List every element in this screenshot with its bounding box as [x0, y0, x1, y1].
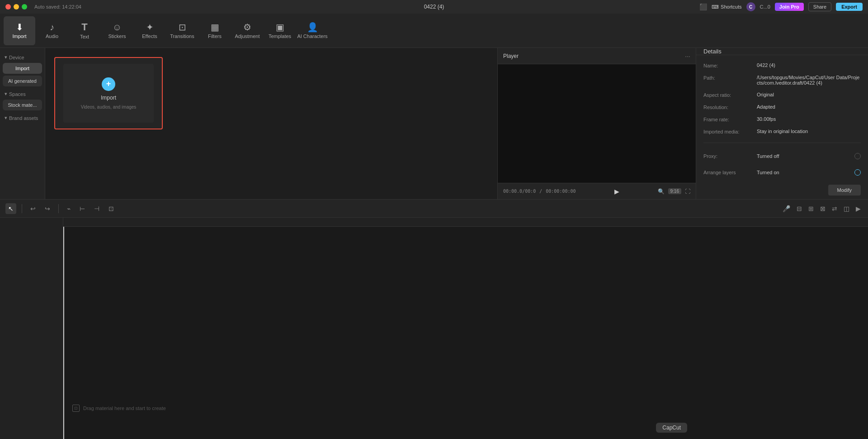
drag-hint: ⊡ Drag material here and start to create: [72, 405, 166, 412]
detail-path-val: /Users/topgus/Movies/CapCut/User Data/Pr…: [757, 75, 861, 86]
export-button[interactable]: Export: [836, 3, 863, 11]
detail-path-key: Path:: [703, 75, 753, 81]
minimize-button[interactable]: [14, 4, 19, 10]
adjustment-icon: ⚙: [243, 23, 251, 32]
user-label: C...0: [760, 4, 770, 10]
maximize-button[interactable]: [22, 4, 27, 10]
sidebar-stock-materials-btn[interactable]: Stock mate...: [3, 100, 42, 110]
detail-aspect-row: Aspect ratio: Original: [703, 92, 861, 98]
timeline-tool-3[interactable]: ⊠: [818, 203, 827, 214]
traffic-lights: [5, 4, 27, 10]
redo-button[interactable]: ↪: [42, 203, 53, 214]
select-tool-button[interactable]: ↖: [5, 203, 16, 214]
timeline-tracks: ⊡ Drag material here and start to create: [63, 227, 868, 439]
toolbar-templates[interactable]: ▣ Templates: [264, 16, 296, 45]
player-title: Player: [503, 53, 519, 59]
top-bar-right: ⬛ ⌨ Shortcuts C C...0 Join Pro Share Exp…: [699, 2, 863, 11]
proxy-toggle[interactable]: [854, 153, 861, 159]
detail-arrange-row: Arrange layers Turned on: [703, 167, 861, 177]
arrange-toggle[interactable]: [854, 169, 861, 176]
stickers-icon: ☺: [113, 23, 122, 32]
detail-aspect-key: Aspect ratio:: [703, 92, 753, 98]
detail-framerate-row: Frame rate: 30.00fps: [703, 116, 861, 122]
filters-icon: ▦: [211, 23, 219, 32]
text-icon: T: [81, 22, 87, 32]
details-divider-1: [703, 143, 861, 143]
timeline-body: ⊡ Drag material here and start to create: [0, 218, 868, 439]
join-pro-button[interactable]: Join Pro: [775, 3, 804, 11]
timeline-tool-6[interactable]: ▶: [854, 203, 863, 214]
toolbar-transitions[interactable]: ⊡ Transitions: [166, 16, 198, 45]
import-inner: + Import Videos, audios, and images: [63, 64, 154, 123]
auto-saved-label: Auto saved: 14:22:04: [34, 4, 81, 10]
ratio-badge: 9:16: [668, 188, 681, 194]
details-title: Details: [703, 48, 722, 55]
timeline-tool-4[interactable]: ⇄: [830, 203, 839, 214]
modify-button[interactable]: Modify: [828, 185, 861, 196]
timeline-tool-5[interactable]: ◫: [842, 203, 851, 214]
crop-button[interactable]: ⊡: [106, 203, 117, 214]
player-more-icon[interactable]: ···: [685, 52, 690, 60]
audio-icon: ♪: [50, 23, 54, 32]
import-label: Import: [101, 95, 116, 101]
player-controls: 00:00.0/00:0 / 00:00:00:00 ▶ 🔍 9:16 ⛶: [498, 183, 696, 199]
toolbar-import[interactable]: ⬇ Import: [4, 16, 35, 45]
timeline-toolbar: ↖ ↩ ↪ ⌁ ⊢ ⊣ ⊡ 🎤 ⊟ ⊞ ⊠ ⇄ ◫ ▶: [0, 200, 868, 218]
undo-button[interactable]: ↩: [28, 203, 38, 214]
close-button[interactable]: [5, 4, 11, 10]
chevron-down-icon: ▾: [5, 54, 7, 60]
sidebar-import-btn[interactable]: Import: [3, 63, 42, 74]
detail-name-val: 0422 (4): [757, 62, 861, 68]
detail-imported-row: Imported media: Stay in original locatio…: [703, 129, 861, 134]
toolbar-effects[interactable]: ✦ Effects: [134, 16, 165, 45]
timeline-ruler: [63, 218, 868, 227]
share-button[interactable]: Share: [808, 2, 831, 11]
toolbar-ai-characters[interactable]: 👤 AI Characters: [297, 16, 328, 45]
import-drop-zone[interactable]: + Import Videos, audios, and images: [54, 57, 163, 129]
detail-aspect-val: Original: [757, 92, 861, 97]
toolbar-filters[interactable]: ▦ Filters: [199, 16, 231, 45]
timeline-toolbar-divider-2: [58, 204, 59, 213]
fullscreen-icon[interactable]: ⛶: [685, 188, 690, 195]
timeline-track-labels: [0, 218, 63, 439]
transitions-icon: ⊡: [179, 23, 186, 32]
sidebar-ai-generated-btn[interactable]: AI generated: [3, 76, 42, 86]
play-button[interactable]: ▶: [614, 188, 619, 195]
sidebar: ▾ Device Import AI generated ▾ Spaces St…: [0, 48, 45, 199]
detail-imported-key: Imported media:: [703, 129, 753, 134]
toolbar-stickers[interactable]: ☺ Stickers: [101, 16, 133, 45]
zoom-icon[interactable]: 🔍: [658, 188, 665, 195]
split-button[interactable]: ⌁: [64, 203, 73, 214]
detail-resolution-row: Resolution: Adapted: [703, 104, 861, 110]
timeline-main: ⊡ Drag material here and start to create: [63, 218, 868, 439]
player-time-current: 00:00.0/00:0: [503, 189, 536, 194]
trim-right-button[interactable]: ⊣: [91, 203, 102, 214]
detail-arrange-val: Turned on: [757, 170, 851, 175]
player-panel: Player ··· 00:00.0/00:0 / 00:00:00:00 ▶ …: [497, 48, 696, 199]
detail-imported-val: Stay in original location: [757, 129, 861, 134]
detail-proxy-val: Turned off: [757, 153, 851, 159]
brand-assets-group-label: ▾ Brand assets: [3, 112, 42, 122]
templates-icon: ▣: [276, 23, 284, 32]
shortcuts-button[interactable]: ⌨ Shortcuts: [712, 4, 741, 10]
detail-name-row: Name: 0422 (4): [703, 62, 861, 68]
microphone-button[interactable]: 🎤: [781, 203, 792, 214]
detail-resolution-val: Adapted: [757, 104, 861, 110]
timeline-tool-1[interactable]: ⊟: [795, 203, 804, 214]
toolbar-adjustment[interactable]: ⚙ Adjustment: [231, 16, 263, 45]
capcut-watermark: CapCut: [656, 423, 687, 433]
window-title: 0422 (4): [424, 4, 444, 10]
timeline-tool-2[interactable]: ⊞: [807, 203, 816, 214]
player-viewport: [498, 64, 696, 183]
device-group-label: ▾ Device: [3, 52, 42, 61]
top-bar: Auto saved: 14:22:04 0422 (4) ⬛ ⌨ Shortc…: [0, 0, 868, 14]
trim-left-button[interactable]: ⊢: [77, 203, 88, 214]
player-time-separator: /: [539, 189, 542, 194]
toolbar-text[interactable]: T Text: [69, 16, 100, 45]
import-plus-icon: +: [102, 77, 115, 91]
detail-name-key: Name:: [703, 62, 753, 68]
import-icon: ⬇: [16, 23, 24, 32]
details-content: Name: 0422 (4) Path: /Users/topgus/Movie…: [696, 55, 868, 185]
toolbar-audio[interactable]: ♪ Audio: [36, 16, 68, 45]
chevron-down-icon-brand: ▾: [5, 115, 7, 121]
